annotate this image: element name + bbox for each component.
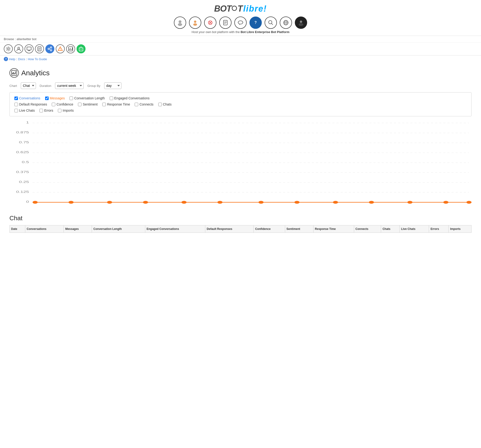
col-messages: Messages bbox=[64, 225, 92, 233]
search-nav-icon[interactable] bbox=[265, 16, 277, 29]
svg-text:0.5: 0.5 bbox=[22, 161, 29, 164]
breadcrumb-current: allantwitter bot bbox=[16, 37, 36, 41]
alert-bot-icon[interactable] bbox=[56, 44, 65, 53]
table-title: Chat bbox=[9, 214, 472, 222]
settings-bot-icon[interactable] bbox=[4, 44, 13, 53]
svg-text:?: ? bbox=[255, 21, 257, 25]
svg-text:0.625: 0.625 bbox=[16, 151, 29, 154]
svg-point-23 bbox=[299, 23, 303, 26]
svg-point-35 bbox=[50, 50, 52, 51]
svg-text:0.875: 0.875 bbox=[16, 131, 29, 134]
checkbox-confidence[interactable]: Confidence bbox=[52, 103, 73, 106]
checkbox-messages[interactable]: Messages bbox=[45, 96, 65, 100]
checkbox-engaged[interactable]: Engaged Conversations bbox=[110, 96, 150, 100]
checkbox-connects[interactable]: Connects bbox=[135, 103, 153, 106]
chart-label: Chart bbox=[9, 84, 17, 88]
guide-label[interactable]: How To Guide bbox=[28, 57, 47, 61]
tagline: Host your own bot platform with the Bot … bbox=[0, 30, 481, 34]
site-header: BOTTlibre! ? Host your own bot p bbox=[0, 0, 481, 36]
svg-point-15 bbox=[269, 21, 272, 24]
col-sentiment: Sentiment bbox=[285, 225, 313, 233]
checkbox-default-responses[interactable]: Default Responses bbox=[15, 103, 47, 106]
col-confidence: Confidence bbox=[254, 225, 285, 233]
svg-point-75 bbox=[68, 201, 74, 204]
col-conversations: Conversations bbox=[25, 225, 64, 233]
svg-point-1 bbox=[178, 23, 182, 26]
svg-point-81 bbox=[294, 201, 300, 204]
display-bot-icon[interactable] bbox=[25, 44, 34, 53]
col-date: Date bbox=[10, 225, 25, 233]
col-engaged: Engaged Conversations bbox=[145, 225, 205, 233]
svg-point-2 bbox=[194, 21, 196, 23]
svg-text:0: 0 bbox=[26, 200, 29, 204]
support-nav-icon[interactable] bbox=[204, 16, 216, 29]
col-response-time: Response Time bbox=[313, 225, 354, 233]
group-by-select[interactable]: day hour week month bbox=[104, 82, 121, 89]
svg-rect-26 bbox=[27, 47, 31, 50]
svg-text:0.125: 0.125 bbox=[16, 190, 29, 194]
col-live-chats: Live Chats bbox=[399, 225, 429, 233]
help-circle-icon: ? bbox=[4, 57, 8, 61]
checkbox-imports[interactable]: Imports bbox=[58, 109, 74, 112]
duration-select[interactable]: current week last week current month las… bbox=[55, 82, 84, 89]
svg-text:0.25: 0.25 bbox=[19, 180, 29, 184]
help-label[interactable]: Help bbox=[9, 57, 15, 61]
checkbox-conversations[interactable]: Conversations bbox=[15, 96, 40, 100]
checkbox-conv-length[interactable]: Conversation Length bbox=[69, 96, 105, 100]
svg-point-79 bbox=[217, 201, 223, 204]
checkbox-live-chats[interactable]: Live Chats bbox=[15, 109, 35, 112]
main-content: Analytics Chart Chat Line Bar Pie Durati… bbox=[0, 63, 481, 238]
bot-toolbar bbox=[0, 43, 481, 55]
site-logo[interactable]: BOTTlibre! bbox=[0, 4, 481, 14]
avatar-nav-icon[interactable] bbox=[174, 16, 186, 29]
svg-point-0 bbox=[179, 20, 181, 23]
col-connects: Connects bbox=[354, 225, 381, 233]
analytics-page-icon bbox=[9, 68, 19, 78]
checkbox-errors[interactable]: Errors bbox=[39, 109, 53, 112]
svg-point-74 bbox=[33, 201, 38, 204]
bot-active-icon[interactable] bbox=[76, 44, 85, 53]
group-by-label: Group By bbox=[87, 84, 100, 88]
svg-text:0.375: 0.375 bbox=[16, 170, 29, 174]
svg-point-11 bbox=[238, 21, 243, 24]
checkbox-row-1: Conversations Messages Conversation Leng… bbox=[15, 96, 466, 100]
training-bot-icon[interactable] bbox=[35, 44, 44, 53]
share-bot-icon[interactable] bbox=[45, 44, 54, 53]
checkbox-row-2: Default Responses Confidence Sentiment R… bbox=[15, 103, 466, 106]
svg-point-78 bbox=[181, 201, 187, 204]
chat-nav-icon[interactable] bbox=[234, 16, 247, 29]
breadcrumb-browse: Browse bbox=[4, 37, 14, 41]
svg-line-36 bbox=[49, 48, 50, 49]
docs-label[interactable]: Docs bbox=[18, 57, 25, 61]
svg-point-33 bbox=[50, 47, 52, 48]
svg-point-50 bbox=[81, 46, 82, 47]
svg-point-3 bbox=[193, 23, 197, 26]
svg-point-77 bbox=[143, 201, 148, 204]
help-nav-icon[interactable]: ? bbox=[249, 16, 262, 29]
svg-point-39 bbox=[60, 50, 60, 50]
svg-point-24 bbox=[7, 48, 9, 50]
help-bar: ? Help : Docs : How To Guide bbox=[0, 55, 481, 63]
chart-svg: 1 0.875 0.75 0.625 0.5 0.375 0.25 0.125 … bbox=[9, 120, 472, 205]
svg-rect-47 bbox=[82, 49, 82, 49]
svg-rect-45 bbox=[79, 48, 83, 51]
chart-select[interactable]: Chat Line Bar Pie bbox=[21, 82, 36, 89]
col-imports: Imports bbox=[449, 225, 472, 233]
analytics-bot-icon[interactable] bbox=[66, 44, 75, 53]
checkbox-panel: Conversations Messages Conversation Leng… bbox=[9, 92, 472, 116]
svg-point-34 bbox=[48, 48, 49, 50]
document-nav-icon[interactable] bbox=[219, 16, 232, 29]
globe-nav-icon[interactable] bbox=[280, 16, 292, 29]
col-default-responses: Default Responses bbox=[205, 225, 254, 233]
svg-point-86 bbox=[466, 201, 472, 204]
checkbox-response-time[interactable]: Response Time bbox=[102, 103, 130, 106]
user-nav-icon[interactable] bbox=[189, 16, 201, 29]
checkbox-sentiment[interactable]: Sentiment bbox=[78, 103, 98, 106]
checkbox-chats[interactable]: Chats bbox=[158, 103, 172, 106]
svg-line-37 bbox=[49, 49, 50, 50]
profile-bot-icon[interactable] bbox=[14, 44, 23, 53]
col-errors: Errors bbox=[429, 225, 449, 233]
svg-rect-46 bbox=[80, 49, 81, 49]
svg-point-85 bbox=[443, 201, 448, 204]
account-nav-icon[interactable] bbox=[295, 16, 307, 29]
